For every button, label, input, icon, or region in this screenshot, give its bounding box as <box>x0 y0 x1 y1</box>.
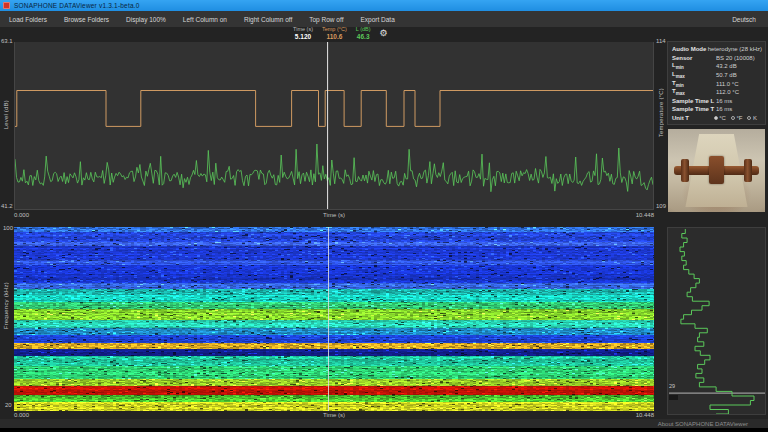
radio-icon <box>747 116 751 120</box>
spectrogram-canvas <box>14 227 654 411</box>
menu-bar: Load FoldersBrowse FoldersDisplay 100%Le… <box>0 11 768 27</box>
readout-temp-label: Temp (°C) <box>322 27 347 33</box>
measurement-photo[interactable] <box>668 129 765 212</box>
spectrum-panel[interactable]: 29 <box>667 227 766 415</box>
readout-time-label: Time (s) <box>293 27 313 33</box>
unit-t-radio-f[interactable]: °F <box>731 115 743 121</box>
info-value: heterodyne (28 kHz) <box>708 46 762 52</box>
info-row-sample-time-l: Sample Time L16 ms <box>672 97 762 106</box>
menu-item-display-100[interactable]: Display 100% <box>126 16 166 23</box>
language-button[interactable]: Deutsch <box>732 16 756 23</box>
info-rows: Audio Modeheterodyne (28 kHz)SensorBS 20… <box>672 45 762 122</box>
menu-item-browse-folders[interactable]: Browse Folders <box>64 16 109 23</box>
menu-item-top-row-off[interactable]: Top Row off <box>309 16 343 23</box>
info-row-tmax: Tmax112.0 °C <box>672 88 762 97</box>
photo-valve <box>709 156 725 183</box>
photo-flange-right <box>744 159 753 182</box>
menu-item-right-column-off[interactable]: Right Column off <box>244 16 292 23</box>
info-value: BS 20 (10008) <box>716 55 755 61</box>
info-label: Tmax <box>672 88 716 96</box>
spectrum-freq-badge <box>669 395 678 400</box>
info-value: 50.7 dB <box>716 72 737 78</box>
level-axis-title: Level (dB) <box>3 100 9 129</box>
spectrogram-chart[interactable] <box>14 227 654 411</box>
app-logo-icon <box>3 2 10 9</box>
info-label: Lmin <box>672 62 716 70</box>
radio-label: °C <box>719 115 726 121</box>
readout-level-label: L (dB) <box>356 27 371 33</box>
settings-gear-icon[interactable]: ⚙ <box>380 29 388 38</box>
level-chart-x-axis: 0.000 Time (s) 10.448 <box>14 212 654 218</box>
info-value: 111.0 °C <box>716 81 739 87</box>
info-value: 16 ms <box>716 98 732 104</box>
spectrogram-x-title: Time (s) <box>14 412 654 418</box>
readout-time-value: 5.120 <box>295 34 311 41</box>
info-label: Tmin <box>672 80 716 88</box>
info-row-lmin: Lmin43.2 dB <box>672 62 762 71</box>
info-label: Lmax <box>672 71 716 79</box>
freq-axis-max-tick: 100 <box>3 225 13 231</box>
menu-item-load-folders[interactable]: Load Folders <box>9 16 47 23</box>
freq-axis-title: Frequency (kHz) <box>3 282 9 329</box>
level-axis-max-tick: 63.1 <box>1 38 13 44</box>
radio-label: K <box>753 115 757 121</box>
cursor-readout: Time (s) 5.120 Temp (°C) 110.6 L (dB) 46… <box>293 26 388 41</box>
info-value: 112.0 °C <box>716 89 739 95</box>
unit-t-options: °C°FK <box>714 115 762 121</box>
readout-level: L (dB) 46.3 <box>356 27 371 40</box>
info-row-sample-time-t: Sample Time T16 ms <box>672 105 762 114</box>
readout-temp: Temp (°C) 110.6 <box>322 27 347 40</box>
info-label: Sample Time T <box>672 106 716 112</box>
title-bar[interactable]: SONAPHONE DATAViewer v1.3.1-beta.0 <box>0 0 768 11</box>
level-axis-min-tick: 41.2 <box>1 203 13 209</box>
spectrum-plot <box>669 229 765 414</box>
x-axis-title: Time (s) <box>14 212 654 218</box>
info-row-tmin: Tmin111.0 °C <box>672 79 762 88</box>
radio-icon <box>714 116 718 120</box>
about-link[interactable]: About SONAPHONE DATAViewer <box>658 421 748 427</box>
temp-axis-title: Temperature (°C) <box>658 88 664 137</box>
menu-item-left-column-on[interactable]: Left Column on <box>183 16 227 23</box>
spectrogram-x-axis: 0.000 Time (s) 10.448 <box>14 412 654 418</box>
info-label: Sensor <box>672 55 716 61</box>
window-title: SONAPHONE DATAViewer v1.3.1-beta.0 <box>14 2 140 9</box>
info-row-lmax: Lmax50.7 dB <box>672 71 762 80</box>
status-bar: About SONAPHONE DATAViewer <box>0 419 768 428</box>
app-window: SONAPHONE DATAViewer v1.3.1-beta.0 Load … <box>0 0 768 428</box>
level-temperature-plot <box>15 42 653 209</box>
info-label: Sample Time L <box>672 98 716 104</box>
level-temperature-chart[interactable] <box>14 42 654 210</box>
info-row-unit-t: Unit T°C°FK <box>672 114 762 123</box>
measurement-info-panel: Audio Modeheterodyne (28 kHz)SensorBS 20… <box>667 41 766 125</box>
info-label: Audio Mode <box>672 46 708 52</box>
radio-label: °F <box>736 115 742 121</box>
unit-t-radio-c[interactable]: °C <box>714 115 726 121</box>
spectrum-freq-cursor-label: 29 <box>669 383 675 389</box>
photo-flange-left <box>681 159 690 182</box>
radio-icon <box>731 116 735 120</box>
freq-axis-min-tick: 20 <box>5 402 12 408</box>
info-row-audio-mode: Audio Modeheterodyne (28 kHz) <box>672 45 762 54</box>
info-value: 43.2 dB <box>716 63 737 69</box>
info-row-sensor: SensorBS 20 (10008) <box>672 54 762 63</box>
temp-axis-min-tick: 109 <box>656 203 666 209</box>
info-label: Unit T <box>672 115 714 121</box>
readout-temp-value: 110.6 <box>326 34 342 41</box>
info-value: 16 ms <box>716 106 732 112</box>
unit-t-radio-k[interactable]: K <box>747 115 757 121</box>
temp-axis-max-tick: 114 <box>656 38 666 44</box>
readout-time: Time (s) 5.120 <box>293 27 313 40</box>
menu-item-export-data[interactable]: Export Data <box>360 16 394 23</box>
readout-level-value: 46.3 <box>357 34 370 41</box>
